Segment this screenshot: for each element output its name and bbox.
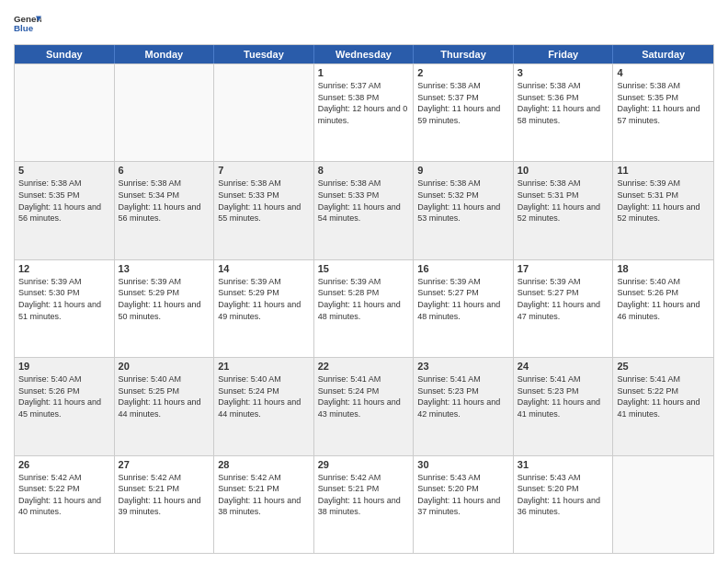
calendar-cell: 7Sunrise: 5:38 AM Sunset: 5:33 PM Daylig… [214,162,314,259]
calendar-cell: 14Sunrise: 5:39 AM Sunset: 5:29 PM Dayli… [214,260,314,357]
calendar-cell: 22Sunrise: 5:41 AM Sunset: 5:24 PM Dayli… [314,358,415,454]
calendar-cell: 25Sunrise: 5:41 AM Sunset: 5:22 PM Dayli… [613,358,713,454]
calendar-cell: 20Sunrise: 5:40 AM Sunset: 5:25 PM Dayli… [115,358,215,454]
calendar-cell: 3Sunrise: 5:38 AM Sunset: 5:36 PM Daylig… [514,64,614,161]
cell-info: Sunrise: 5:43 AM Sunset: 5:20 PM Dayligh… [518,472,609,518]
day-number: 8 [318,165,410,176]
logo-icon: General Blue [14,9,41,37]
calendar-row-3: 19Sunrise: 5:40 AM Sunset: 5:26 PM Dayli… [15,357,713,454]
cell-info: Sunrise: 5:41 AM Sunset: 5:22 PM Dayligh… [617,373,710,419]
calendar: SundayMondayTuesdayWednesdayThursdayFrid… [14,44,714,554]
cell-info: Sunrise: 5:38 AM Sunset: 5:33 PM Dayligh… [318,178,410,224]
cell-info: Sunrise: 5:39 AM Sunset: 5:27 PM Dayligh… [518,276,609,322]
day-number: 17 [518,263,609,274]
calendar-cell: 17Sunrise: 5:39 AM Sunset: 5:27 PM Dayli… [514,260,614,357]
logo: General Blue [14,9,41,37]
cell-info: Sunrise: 5:41 AM Sunset: 5:23 PM Dayligh… [518,373,609,419]
cell-info: Sunrise: 5:39 AM Sunset: 5:27 PM Dayligh… [417,276,509,322]
calendar-cell: 31Sunrise: 5:43 AM Sunset: 5:20 PM Dayli… [514,456,614,553]
calendar-cell: 27Sunrise: 5:42 AM Sunset: 5:21 PM Dayli… [115,456,215,553]
cell-info: Sunrise: 5:40 AM Sunset: 5:24 PM Dayligh… [218,373,310,419]
weekday-header-sunday: Sunday [15,45,115,63]
cell-info: Sunrise: 5:40 AM Sunset: 5:25 PM Dayligh… [119,373,210,419]
cell-info: Sunrise: 5:38 AM Sunset: 5:37 PM Dayligh… [417,80,509,126]
calendar-cell: 15Sunrise: 5:39 AM Sunset: 5:28 PM Dayli… [314,260,415,357]
calendar-cell: 29Sunrise: 5:42 AM Sunset: 5:21 PM Dayli… [314,456,415,553]
cell-info: Sunrise: 5:38 AM Sunset: 5:36 PM Dayligh… [518,80,609,126]
day-number: 13 [119,263,210,274]
day-number: 11 [617,165,710,176]
weekday-header-wednesday: Wednesday [314,45,415,63]
calendar-cell: 26Sunrise: 5:42 AM Sunset: 5:22 PM Dayli… [15,456,115,553]
calendar-cell: 5Sunrise: 5:38 AM Sunset: 5:35 PM Daylig… [15,162,115,259]
calendar-cell [15,64,115,161]
cell-info: Sunrise: 5:38 AM Sunset: 5:34 PM Dayligh… [119,178,210,224]
day-number: 1 [318,67,410,78]
cell-info: Sunrise: 5:38 AM Sunset: 5:31 PM Dayligh… [518,178,609,224]
svg-text:Blue: Blue [14,23,34,33]
cell-info: Sunrise: 5:41 AM Sunset: 5:23 PM Dayligh… [417,373,509,419]
day-number: 3 [518,67,609,78]
weekday-header-monday: Monday [115,45,215,63]
cell-info: Sunrise: 5:39 AM Sunset: 5:30 PM Dayligh… [18,276,110,322]
calendar-cell: 12Sunrise: 5:39 AM Sunset: 5:30 PM Dayli… [15,260,115,357]
cell-info: Sunrise: 5:42 AM Sunset: 5:21 PM Dayligh… [318,472,410,518]
calendar-row-4: 26Sunrise: 5:42 AM Sunset: 5:22 PM Dayli… [15,455,713,553]
calendar-row-1: 5Sunrise: 5:38 AM Sunset: 5:35 PM Daylig… [15,161,713,259]
cell-info: Sunrise: 5:42 AM Sunset: 5:21 PM Dayligh… [119,472,210,518]
day-number: 28 [218,459,310,470]
cell-info: Sunrise: 5:37 AM Sunset: 5:38 PM Dayligh… [318,80,410,126]
calendar-cell: 13Sunrise: 5:39 AM Sunset: 5:29 PM Dayli… [115,260,215,357]
calendar-cell: 16Sunrise: 5:39 AM Sunset: 5:27 PM Dayli… [414,260,514,357]
calendar-cell: 4Sunrise: 5:38 AM Sunset: 5:35 PM Daylig… [613,64,713,161]
calendar-body: 1Sunrise: 5:37 AM Sunset: 5:38 PM Daylig… [15,63,713,553]
calendar-row-2: 12Sunrise: 5:39 AM Sunset: 5:30 PM Dayli… [15,259,713,357]
day-number: 14 [218,263,310,274]
cell-info: Sunrise: 5:38 AM Sunset: 5:33 PM Dayligh… [218,178,310,224]
day-number: 19 [18,361,110,372]
day-number: 24 [518,361,609,372]
day-number: 29 [318,459,410,470]
day-number: 15 [318,263,410,274]
calendar-cell: 30Sunrise: 5:43 AM Sunset: 5:20 PM Dayli… [414,456,514,553]
cell-info: Sunrise: 5:38 AM Sunset: 5:35 PM Dayligh… [617,80,710,126]
calendar-cell: 23Sunrise: 5:41 AM Sunset: 5:23 PM Dayli… [414,358,514,454]
calendar-cell: 21Sunrise: 5:40 AM Sunset: 5:24 PM Dayli… [214,358,314,454]
page: General Blue SundayMondayTuesdayWednesda… [0,0,728,563]
day-number: 18 [617,263,710,274]
cell-info: Sunrise: 5:39 AM Sunset: 5:29 PM Dayligh… [119,276,210,322]
weekday-header-tuesday: Tuesday [214,45,314,63]
calendar-cell: 11Sunrise: 5:39 AM Sunset: 5:31 PM Dayli… [613,162,713,259]
day-number: 20 [119,361,210,372]
calendar-cell [214,64,314,161]
day-number: 7 [218,165,310,176]
cell-info: Sunrise: 5:41 AM Sunset: 5:24 PM Dayligh… [318,373,410,419]
day-number: 6 [119,165,210,176]
header: General Blue [14,9,714,37]
day-number: 30 [417,459,509,470]
calendar-cell [115,64,215,161]
calendar-header-row: SundayMondayTuesdayWednesdayThursdayFrid… [15,45,713,63]
cell-info: Sunrise: 5:39 AM Sunset: 5:31 PM Dayligh… [617,178,710,224]
day-number: 4 [617,67,710,78]
calendar-cell: 19Sunrise: 5:40 AM Sunset: 5:26 PM Dayli… [15,358,115,454]
cell-info: Sunrise: 5:38 AM Sunset: 5:35 PM Dayligh… [18,178,110,224]
day-number: 5 [18,165,110,176]
cell-info: Sunrise: 5:40 AM Sunset: 5:26 PM Dayligh… [617,276,710,322]
calendar-cell: 18Sunrise: 5:40 AM Sunset: 5:26 PM Dayli… [613,260,713,357]
day-number: 9 [417,165,509,176]
cell-info: Sunrise: 5:43 AM Sunset: 5:20 PM Dayligh… [417,472,509,518]
calendar-cell: 10Sunrise: 5:38 AM Sunset: 5:31 PM Dayli… [514,162,614,259]
day-number: 25 [617,361,710,372]
calendar-cell: 1Sunrise: 5:37 AM Sunset: 5:38 PM Daylig… [314,64,415,161]
day-number: 16 [417,263,509,274]
day-number: 21 [218,361,310,372]
calendar-cell [613,456,713,553]
cell-info: Sunrise: 5:42 AM Sunset: 5:22 PM Dayligh… [18,472,110,518]
cell-info: Sunrise: 5:42 AM Sunset: 5:21 PM Dayligh… [218,472,310,518]
calendar-cell: 9Sunrise: 5:38 AM Sunset: 5:32 PM Daylig… [414,162,514,259]
day-number: 10 [518,165,609,176]
day-number: 23 [417,361,509,372]
weekday-header-thursday: Thursday [414,45,514,63]
calendar-cell: 28Sunrise: 5:42 AM Sunset: 5:21 PM Dayli… [214,456,314,553]
